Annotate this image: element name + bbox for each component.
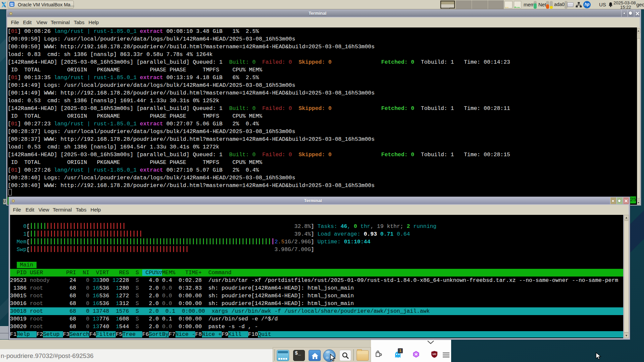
- svg-text:UO: UO: [432, 353, 436, 356]
